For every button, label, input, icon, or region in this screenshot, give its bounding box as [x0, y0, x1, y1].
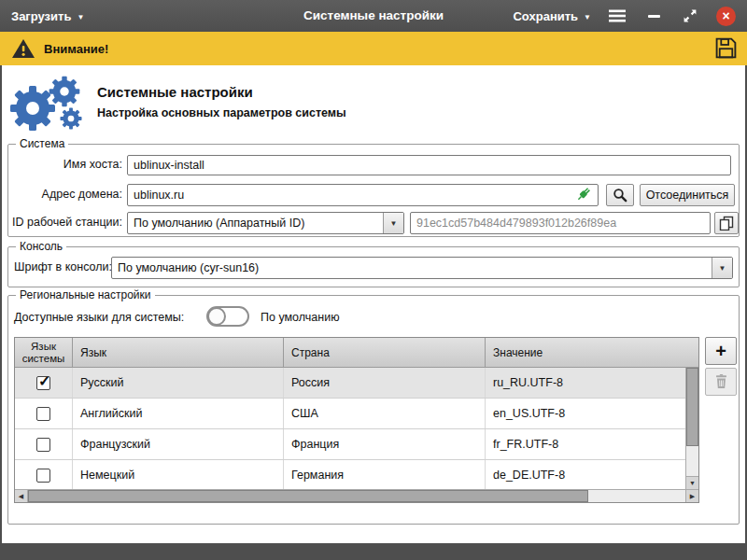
load-menu-label: Загрузить	[11, 9, 71, 23]
console-font-selected-option: По умолчанию (cyr-sun16)	[118, 258, 259, 278]
column-header-language[interactable]: Язык	[73, 338, 284, 368]
window-border-left	[0, 32, 2, 560]
system-group: Система Имя хоста: Адрес домена: Отсоеди…	[7, 144, 740, 237]
arrow-down-icon: ▼	[689, 480, 696, 486]
search-icon	[613, 188, 627, 203]
column-header-country[interactable]: Страна	[284, 338, 486, 368]
titlebar: Загрузить ▼ Системные настройки Сохранит…	[0, 0, 747, 32]
maximize-button[interactable]	[680, 6, 700, 26]
country-cell: США	[284, 399, 486, 428]
close-button[interactable]: ×	[716, 7, 736, 26]
value-cell: de_DE.UTF-8	[486, 460, 685, 489]
system-language-checkbox[interactable]: ✓	[36, 469, 50, 483]
column-header-system-language[interactable]: Язык системы	[15, 338, 73, 368]
regional-group: Региональные настройки Доступные языки д…	[7, 295, 740, 525]
system-language-checkbox[interactable]: ✓	[36, 376, 50, 390]
available-languages-label: Доступные языки для системы:	[14, 311, 184, 324]
station-id-label: ID рабочей станции:	[10, 216, 122, 229]
domain-label: Адрес домена:	[10, 188, 122, 201]
value-cell: ru_RU.UTF-8	[486, 368, 685, 398]
horizontal-scrollbar-thumb[interactable]	[28, 490, 588, 502]
language-cell: Русский	[73, 368, 284, 398]
vertical-scrollbar-thumb[interactable]	[686, 368, 698, 446]
scroll-right-button[interactable]: ▶	[685, 490, 698, 502]
warning-text: Внимание!	[44, 42, 108, 56]
domain-input[interactable]	[127, 184, 599, 206]
status-bar	[0, 543, 747, 560]
table-body: ✓ Русский Россия ru_RU.UTF-8 ✓ Английски…	[15, 368, 685, 489]
country-cell: Франция	[284, 429, 486, 459]
system-language-checkbox[interactable]: ✓	[36, 407, 50, 421]
languages-toggle[interactable]	[206, 306, 249, 327]
disconnect-button-label: Отсоединиться	[646, 189, 729, 202]
plus-icon: +	[715, 341, 726, 362]
load-menu-button[interactable]: Загрузить ▼	[11, 0, 84, 32]
table-row[interactable]: ✓ Французский Франция fr_FR.UTF-8	[15, 429, 685, 460]
disconnect-button[interactable]: Отсоединиться	[640, 184, 735, 206]
warning-icon	[11, 38, 35, 59]
station-id-selected-option: По умолчанию (Аппаратный ID)	[134, 213, 304, 233]
scroll-down-button[interactable]: ▼	[686, 476, 698, 489]
arrow-right-icon: ▶	[690, 493, 695, 500]
minimize-button[interactable]	[643, 6, 664, 26]
system-language-checkbox[interactable]: ✓	[36, 438, 50, 452]
console-group: Консоль Шрифт в консоли: По умолчанию (c…	[7, 246, 740, 287]
close-icon: ×	[722, 9, 729, 22]
plug-connected-icon	[574, 186, 592, 207]
hostname-input[interactable]	[127, 155, 731, 175]
table-row[interactable]: ✓ Немецкий Германия de_DE.UTF-8	[15, 460, 685, 489]
save-menu-button[interactable]: Сохранить ▼	[513, 0, 591, 32]
gears-icon	[7, 75, 90, 136]
check-icon: ✓	[38, 372, 50, 390]
caret-down-icon: ▼	[584, 13, 591, 21]
floppy-disk-icon	[714, 36, 738, 60]
save-menu-label: Сохранить	[513, 9, 578, 23]
default-toggle-label: По умолчанию	[261, 311, 340, 324]
copy-icon	[719, 216, 734, 231]
column-header-value[interactable]: Значение	[486, 338, 698, 368]
menu-button[interactable]	[607, 6, 627, 26]
language-cell: Немецкий	[73, 460, 284, 489]
page-title: Системные настройки	[97, 84, 253, 100]
hostname-label: Имя хоста:	[10, 158, 122, 171]
table-row[interactable]: ✓ Русский Россия ru_RU.UTF-8	[15, 368, 685, 399]
console-font-select[interactable]: По умолчанию (cyr-sun16) ▼	[111, 257, 733, 279]
language-cell: Английский	[73, 399, 284, 428]
value-cell: en_US.UTF-8	[486, 399, 685, 428]
regional-group-legend: Региональные настройки	[16, 288, 155, 302]
page-subtitle: Настройка основных параметров системы	[97, 106, 346, 119]
station-id-select[interactable]: По умолчанию (Аппаратный ID) ▼	[127, 212, 404, 234]
station-id-value-field[interactable]	[410, 212, 711, 234]
console-group-legend: Консоль	[16, 240, 66, 254]
save-file-button[interactable]	[714, 36, 738, 63]
table-row[interactable]: ✓ Английский США en_US.UTF-8	[15, 399, 685, 429]
arrow-left-icon: ◀	[19, 493, 23, 500]
table-header-row: Язык системы Язык Страна Значение	[15, 338, 698, 368]
console-font-label: Шрифт в консоли:	[14, 260, 112, 273]
horizontal-scrollbar[interactable]: ◀ ▶	[15, 489, 698, 502]
dropdown-arrow-icon: ▼	[712, 258, 732, 278]
value-cell: fr_FR.UTF-8	[486, 429, 685, 459]
caret-down-icon: ▼	[77, 13, 84, 21]
language-cell: Французский	[73, 429, 284, 459]
add-language-button[interactable]: +	[705, 337, 737, 365]
delete-language-button[interactable]	[705, 368, 737, 396]
copy-id-button[interactable]	[714, 212, 739, 234]
system-group-legend: Система	[16, 137, 68, 151]
minimize-icon	[648, 15, 660, 18]
country-cell: Германия	[284, 460, 486, 489]
system-settings-window: Загрузить ▼ Системные настройки Сохранит…	[0, 0, 747, 560]
languages-table: Язык системы Язык Страна Значение ✓ Русс…	[14, 337, 699, 503]
trash-icon	[714, 374, 728, 389]
warning-bar: Внимание!	[0, 32, 747, 65]
domain-search-button[interactable]	[606, 184, 634, 206]
scroll-left-button[interactable]: ◀	[15, 490, 28, 502]
maximize-icon	[683, 8, 698, 23]
toggle-knob	[207, 307, 226, 326]
vertical-scrollbar[interactable]: ▼	[685, 368, 698, 489]
dropdown-arrow-icon: ▼	[383, 213, 403, 233]
hamburger-icon	[609, 9, 626, 22]
country-cell: Россия	[284, 368, 486, 398]
